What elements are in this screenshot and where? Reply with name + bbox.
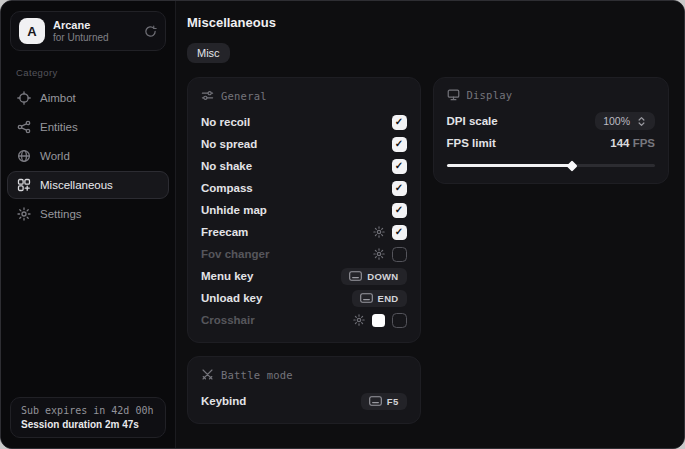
check-icon: ✓ [395,117,403,127]
no-spread-checkbox[interactable]: ✓ [392,137,407,152]
sidebar-item-label: World [40,150,70,162]
subscription-card: Sub expires in 42d 00h Session duration … [10,397,166,438]
page-title: Miscellaneous [187,15,669,30]
refresh-icon[interactable] [144,25,157,38]
battle-mode-keybind-button[interactable]: F5 [361,393,407,410]
dpi-scale-select[interactable]: 100% [595,112,655,130]
tab-misc[interactable]: Misc [187,43,230,63]
setting-row-dpi-scale: DPI scale 100% [447,110,655,132]
keyboard-icon [360,293,373,303]
setting-row-no-shake: No shake ✓ [201,155,407,177]
keyboard-icon [349,271,362,281]
setting-row-menu-key: Menu key DOWN [201,265,407,287]
setting-row-unload-key: Unload key END [201,287,407,309]
sidebar-item-settings[interactable]: Settings [7,200,169,228]
general-card: General No recoil ✓ No spread ✓ No shake… [187,77,421,343]
keybind-value: END [378,293,399,304]
unhide-map-checkbox[interactable]: ✓ [392,203,407,218]
dpi-scale-value: 100% [603,115,630,127]
sidebar: A Arcane for Unturned Category Aimbot [1,1,176,448]
app-subtitle: for Unturned [53,32,136,44]
category-label: Category [16,67,175,78]
battle-mode-card-header: Battle mode [201,368,407,381]
unload-key-keybind-button[interactable]: END [352,290,407,307]
keybind-value: DOWN [367,271,398,282]
sidebar-item-miscellaneous[interactable]: Miscellaneous [7,171,169,199]
check-icon: ✓ [395,161,403,171]
tab-bar: Misc [187,43,669,63]
sidebar-item-label: Aimbot [40,92,76,104]
sidebar-item-entities[interactable]: Entities [7,113,169,141]
setting-row-freecam: Freecam ✓ [201,221,407,243]
display-card: Display DPI scale 100% [433,77,669,184]
crosshair-color-swatch[interactable] [372,314,385,327]
session-duration-text: Session duration 2m 47s [21,419,155,430]
battle-mode-card: Battle mode Keybind F5 [187,356,421,424]
app-title-block: Arcane for Unturned [53,19,136,43]
setting-row-no-recoil: No recoil ✓ [201,111,407,133]
app-name: Arcane [53,19,136,32]
compass-checkbox[interactable]: ✓ [392,181,407,196]
sliders-icon [201,89,214,102]
check-icon: ✓ [395,183,403,193]
battle-mode-card-title: Battle mode [221,369,293,381]
setting-row-fps-limit: FPS limit 144 FPS [447,132,655,154]
fps-slider-fill [447,164,572,167]
fov-changer-settings-gear-icon[interactable] [373,248,385,260]
app-header-card: A Arcane for Unturned [10,11,166,51]
gear-icon [17,207,31,221]
setting-row-fov-changer: Fov changer [201,243,407,265]
app-window: A Arcane for Unturned Category Aimbot [0,0,685,449]
crosshair-checkbox[interactable] [392,313,407,328]
crosshair-icon [17,91,31,105]
display-card-header: Display [447,89,655,101]
grid-icon [17,178,31,192]
sidebar-item-aimbot[interactable]: Aimbot [7,84,169,112]
freecam-settings-gear-icon[interactable] [373,226,385,238]
check-icon: ✓ [395,227,403,237]
fps-limit-value: 144 FPS [610,137,655,149]
setting-row-crosshair: Crosshair [201,309,407,331]
general-card-title: General [221,90,267,102]
setting-row-unhide-map: Unhide map ✓ [201,199,407,221]
main-content: Miscellaneous Misc General [176,1,684,448]
sidebar-item-world[interactable]: World [7,142,169,170]
globe-icon [17,149,31,163]
setting-row-no-spread: No spread ✓ [201,133,407,155]
no-shake-checkbox[interactable]: ✓ [392,159,407,174]
fps-slider-handle[interactable] [566,160,577,171]
sub-expires-text: Sub expires in 42d 00h [21,405,155,416]
entities-icon [17,120,31,134]
sidebar-item-label: Settings [40,208,82,220]
monitor-icon [447,89,460,101]
check-icon: ✓ [395,139,403,149]
no-recoil-checkbox[interactable]: ✓ [392,115,407,130]
display-card-title: Display [467,89,513,101]
fps-limit-slider[interactable] [447,158,655,172]
check-icon: ✓ [395,205,403,215]
general-card-header: General [201,89,407,102]
app-logo: A [19,18,45,44]
fov-changer-checkbox[interactable] [392,247,407,262]
swords-icon [201,368,214,381]
setting-row-keybind: Keybind F5 [201,390,407,412]
crosshair-settings-gear-icon[interactable] [353,314,365,326]
keyboard-icon [369,396,382,406]
freecam-checkbox[interactable]: ✓ [392,225,407,240]
unfold-icon [636,116,647,127]
setting-row-compass: Compass ✓ [201,177,407,199]
sidebar-item-label: Entities [40,121,78,133]
keybind-value: F5 [387,396,399,407]
menu-key-keybind-button[interactable]: DOWN [341,268,406,285]
sidebar-nav: Aimbot Entities World [1,84,175,397]
sidebar-item-label: Miscellaneous [40,179,113,191]
